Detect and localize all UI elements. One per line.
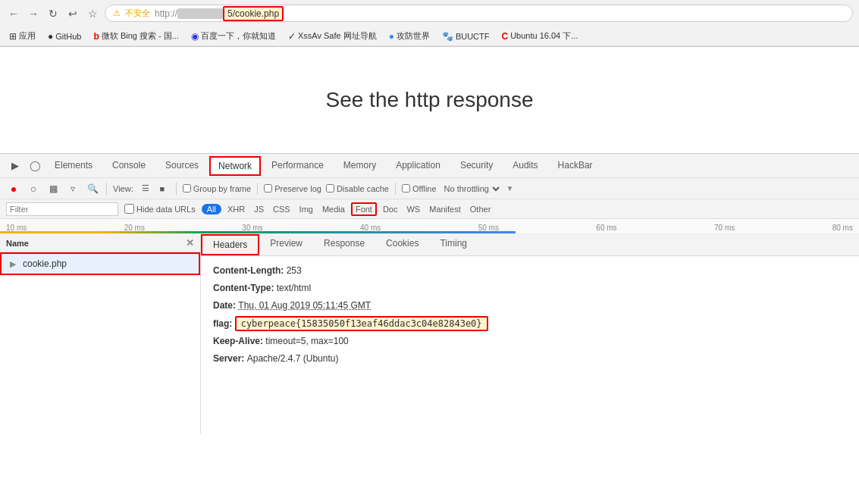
timeline-label-70: 70 ms xyxy=(714,224,735,232)
offline-checkbox[interactable] xyxy=(402,184,410,193)
tab-network[interactable]: Network xyxy=(209,156,261,176)
detail-tab-bar: Headers Preview Response Cookies Timing xyxy=(201,234,859,256)
header-keep-alive: Keep-Alive: timeout=5, max=100 xyxy=(213,334,847,349)
filter-type-font[interactable]: Font xyxy=(351,202,377,216)
filter-type-ws[interactable]: WS xyxy=(403,204,423,214)
filter-type-xhr[interactable]: XHR xyxy=(224,204,248,214)
bookmark-gfworld[interactable]: ● 攻防世界 xyxy=(386,29,433,43)
filter-input[interactable] xyxy=(6,202,118,216)
bookmark-ubuntu[interactable]: C Ubuntu 16.04 下... xyxy=(499,29,582,43)
filter-icon-button[interactable]: ▿ xyxy=(65,181,80,196)
detail-tab-cookies[interactable]: Cookies xyxy=(375,234,429,255)
toolbar-separator-2 xyxy=(176,183,177,195)
preserve-log-checkbox-wrap[interactable]: Preserve log xyxy=(264,184,321,193)
buuctf-icon: 🐾 xyxy=(442,31,453,42)
header-keep-alive-name: Keep-Alive: xyxy=(213,336,265,346)
network-area: Name ✕ ▶ cookie.php Headers Preview Resp… xyxy=(0,234,859,434)
clear-button[interactable]: ○ xyxy=(26,181,41,196)
detail-tab-response[interactable]: Response xyxy=(313,234,375,255)
disable-cache-checkbox-wrap[interactable]: Disable cache xyxy=(326,184,389,193)
detail-tab-headers[interactable]: Headers xyxy=(201,234,259,255)
bookmark-apps-label: 应用 xyxy=(19,30,36,42)
filter-type-media[interactable]: Media xyxy=(319,204,348,214)
name-panel: Name ✕ ▶ cookie.php xyxy=(0,234,201,434)
timeline-label-60: 60 ms xyxy=(596,224,616,232)
devtools-mobile-icon[interactable]: ◯ xyxy=(26,157,44,175)
close-detail-button[interactable]: ✕ xyxy=(186,237,194,249)
baidu-icon: ◉ xyxy=(191,31,199,42)
devtools-toolbar: ● ○ ▩ ▿ 🔍 View: ☰ ■ Group by frame Prese… xyxy=(0,178,859,199)
filter-bar: Hide data URLs All XHR JS CSS Img Media … xyxy=(0,199,859,219)
devtools-panel: ▶ ◯ Elements Console Sources Network Per… xyxy=(0,153,859,434)
timeline-progress xyxy=(0,231,516,233)
detail-tab-timing[interactable]: Timing xyxy=(429,234,478,255)
hide-data-urls-checkbox[interactable] xyxy=(124,204,134,214)
filter-type-all[interactable]: All xyxy=(202,204,221,214)
filter-type-css[interactable]: CSS xyxy=(270,204,293,214)
bookmark-bing[interactable]: b 微软 Bing 搜索 - 国... xyxy=(91,29,182,43)
tab-performance[interactable]: Performance xyxy=(262,155,333,177)
star-button[interactable]: ☆ xyxy=(85,6,100,21)
tab-security[interactable]: Security xyxy=(451,155,502,177)
tab-audits[interactable]: Audits xyxy=(503,155,547,177)
hide-data-urls-checkbox-wrap[interactable]: Hide data URLs xyxy=(124,204,196,214)
bookmark-bing-label: 微软 Bing 搜索 - 国... xyxy=(102,30,179,42)
record-button[interactable]: ● xyxy=(6,181,21,196)
forward-button[interactable]: → xyxy=(26,6,41,21)
header-content-length-value: 253 xyxy=(287,265,302,276)
header-date-value: Thu, 01 Aug 2019 05:11:45 GMT xyxy=(238,300,371,311)
header-content-type: Content-Type: text/html xyxy=(213,281,847,296)
view-icon-group: ☰ ■ xyxy=(138,181,170,196)
camera-button[interactable]: ▩ xyxy=(45,181,61,196)
file-name-cookie-php: cookie.php xyxy=(23,258,67,269)
nav-bar: ← → ↻ ↩ ☆ ⚠ 不安全 http://xxxxxxxxxx5/cooki… xyxy=(0,0,859,27)
name-column-label: Name xyxy=(6,239,29,248)
bookmark-xssav[interactable]: ✓ XssAv Safe 网址导航 xyxy=(285,29,380,43)
timeline-bar: 10 ms 20 ms 30 ms 40 ms 50 ms 60 ms 70 m… xyxy=(0,219,859,234)
filter-type-doc[interactable]: Doc xyxy=(380,204,401,214)
undo-button[interactable]: ↩ xyxy=(65,6,80,21)
header-content-type-name: Content-Type: xyxy=(213,283,277,293)
preserve-log-checkbox[interactable] xyxy=(264,184,272,193)
bookmark-ubuntu-label: Ubuntu 16.04 下... xyxy=(510,30,578,42)
bookmark-buuctf[interactable]: 🐾 BUUCTF xyxy=(439,30,493,43)
tab-sources[interactable]: Sources xyxy=(156,155,208,177)
group-by-frame-checkbox[interactable] xyxy=(183,184,191,193)
detail-panel: Headers Preview Response Cookies Timing … xyxy=(201,234,859,434)
disable-cache-label: Disable cache xyxy=(337,184,389,193)
name-panel-header: Name ✕ xyxy=(0,234,200,252)
header-content-length-name: Content-Length: xyxy=(213,265,287,276)
bookmark-xssav-label: XssAv Safe 网址导航 xyxy=(298,30,377,42)
tab-memory[interactable]: Memory xyxy=(334,155,385,177)
throttle-select[interactable]: No throttling xyxy=(441,183,502,194)
back-button[interactable]: ← xyxy=(6,6,21,21)
disable-cache-checkbox[interactable] xyxy=(326,184,334,193)
tab-hackbar[interactable]: HackBar xyxy=(549,155,602,177)
tab-elements[interactable]: Elements xyxy=(45,155,102,177)
list-view-button[interactable]: ☰ xyxy=(138,181,153,196)
waterfall-view-button[interactable]: ■ xyxy=(155,181,170,196)
view-label: View: xyxy=(113,184,133,193)
url-blurred: xxxxxxxxxx xyxy=(177,8,223,19)
bookmark-apps[interactable]: ⊞ 应用 xyxy=(6,29,39,43)
bookmark-github[interactable]: ● GitHub xyxy=(45,30,85,43)
xssav-icon: ✓ xyxy=(288,31,296,42)
bookmark-baidu[interactable]: ◉ 百度一下，你就知道 xyxy=(188,29,279,43)
group-by-frame-checkbox-wrap[interactable]: Group by frame xyxy=(183,184,251,193)
detail-tab-preview[interactable]: Preview xyxy=(259,234,313,255)
tab-application[interactable]: Application xyxy=(387,155,450,177)
filter-type-js[interactable]: JS xyxy=(251,204,267,214)
offline-checkbox-wrap[interactable]: Offline xyxy=(402,184,437,193)
search-button[interactable]: 🔍 xyxy=(85,181,100,196)
header-date: Date: Thu, 01 Aug 2019 05:11:45 GMT xyxy=(213,299,847,313)
filter-type-other[interactable]: Other xyxy=(467,204,494,214)
reload-button[interactable]: ↻ xyxy=(45,6,61,21)
devtools-cursor-icon[interactable]: ▶ xyxy=(6,157,24,175)
filter-type-manifest[interactable]: Manifest xyxy=(426,204,464,214)
address-text: http://xxxxxxxxxx5/cookie.php xyxy=(155,8,845,19)
tab-console[interactable]: Console xyxy=(103,155,155,177)
header-content-type-value: text/html xyxy=(277,283,311,293)
file-row-cookie-php[interactable]: ▶ cookie.php xyxy=(0,252,200,275)
filter-type-img[interactable]: Img xyxy=(296,204,316,214)
address-bar[interactable]: ⚠ 不安全 http://xxxxxxxxxx5/cookie.php xyxy=(105,5,853,22)
